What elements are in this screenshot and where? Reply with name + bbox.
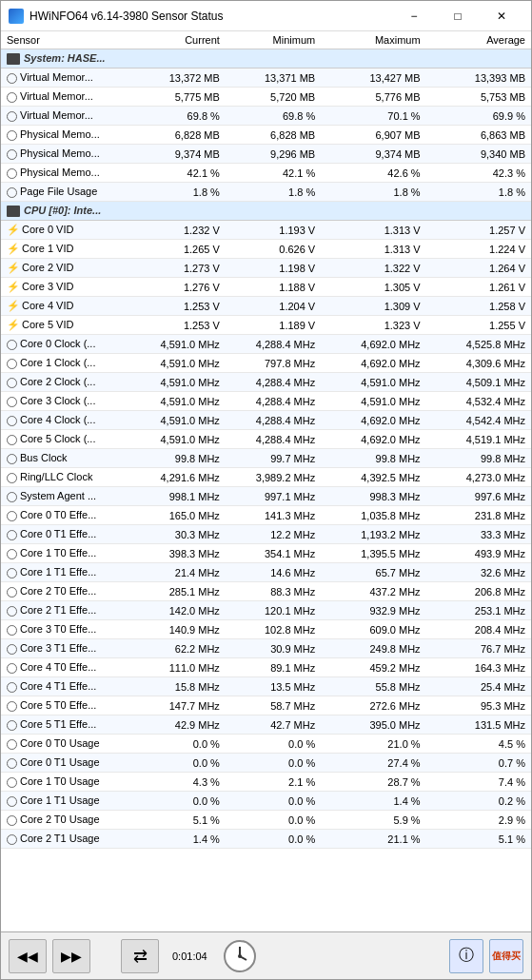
table-row[interactable]: Core 0 T0 Usage0.0 %0.0 %21.0 %4.5 % bbox=[1, 735, 531, 754]
table-row[interactable]: ⚡Core 2 VID1.273 V1.198 V1.322 V1.264 V bbox=[1, 259, 531, 278]
table-row[interactable]: Core 4 T1 Effe...15.8 MHz13.5 MHz55.8 MH… bbox=[1, 677, 531, 696]
table-row[interactable]: Core 5 T0 Effe...147.7 MHz58.7 MHz272.6 … bbox=[1, 696, 531, 715]
sensor-label: Virtual Memor... bbox=[20, 109, 93, 121]
sensor-current: 4.3 % bbox=[129, 773, 225, 792]
minimize-button[interactable]: − bbox=[392, 1, 436, 31]
sensor-minimum: 0.0 % bbox=[226, 735, 321, 754]
sensor-name: Physical Memo... bbox=[1, 126, 129, 145]
sensor-label: Core 1 Clock (... bbox=[20, 357, 95, 368]
sensor-current: 398.3 MHz bbox=[129, 544, 225, 563]
sensor-maximum: 998.3 MHz bbox=[321, 487, 425, 506]
sensor-minimum: 42.1 % bbox=[226, 164, 321, 183]
table-row[interactable]: Core 2 T1 Effe...142.0 MHz120.1 MHz932.9… bbox=[1, 601, 531, 620]
maximize-button[interactable]: □ bbox=[436, 1, 480, 31]
table-row[interactable]: Core 1 T0 Effe...398.3 MHz354.1 MHz1,395… bbox=[1, 544, 531, 563]
table-row[interactable]: Virtual Memor...5,775 MB5,720 MB5,776 MB… bbox=[1, 88, 531, 107]
sensor-minimum: 2.1 % bbox=[226, 773, 321, 792]
table-row[interactable]: Virtual Memor...13,372 MB13,371 MB13,427… bbox=[1, 69, 531, 88]
sensor-minimum: 1.189 V bbox=[226, 316, 321, 335]
window-title: HWiNFO64 v6.14-3980 Sensor Status bbox=[30, 10, 392, 23]
table-row[interactable]: Physical Memo...6,828 MB6,828 MB6,907 MB… bbox=[1, 126, 531, 145]
table-row[interactable]: Core 5 T1 Effe...42.9 MHz42.7 MHz395.0 M… bbox=[1, 715, 531, 735]
sensor-minimum: 13,371 MB bbox=[226, 69, 321, 88]
table-row[interactable]: Core 3 Clock (...4,591.0 MHz4,288.4 MHz4… bbox=[1, 392, 531, 411]
sensor-minimum: 4,288.4 MHz bbox=[226, 411, 321, 430]
table-row[interactable]: Core 2 T0 Effe...285.1 MHz88.3 MHz437.2 … bbox=[1, 582, 531, 601]
table-row[interactable]: ⚡Core 4 VID1.253 V1.204 V1.309 V1.258 V bbox=[1, 297, 531, 316]
table-row[interactable]: Page File Usage1.8 %1.8 %1.8 %1.8 % bbox=[1, 183, 531, 202]
table-row[interactable]: Core 5 Clock (...4,591.0 MHz4,288.4 MHz4… bbox=[1, 430, 531, 449]
info-button[interactable]: ⓘ bbox=[449, 939, 483, 973]
table-row[interactable]: System Agent ...998.1 MHz997.1 MHz998.3 … bbox=[1, 487, 531, 506]
table-row[interactable]: ⚡Core 3 VID1.276 V1.188 V1.305 V1.261 V bbox=[1, 278, 531, 297]
sensor-maximum: 9,374 MB bbox=[321, 145, 425, 164]
table-row[interactable]: Core 2 T1 Usage1.4 %0.0 %21.1 %5.1 % bbox=[1, 830, 531, 849]
forward-button[interactable]: ▶▶ bbox=[52, 939, 90, 973]
sensor-name: ⚡Core 1 VID bbox=[1, 240, 129, 259]
table-row[interactable]: Bus Clock99.8 MHz99.7 MHz99.8 MHz99.8 MH… bbox=[1, 449, 531, 468]
sensor-maximum: 28.7 % bbox=[321, 773, 425, 792]
sensor-label: Core 4 Clock (... bbox=[20, 414, 95, 425]
sensor-name: Core 3 T0 Effe... bbox=[1, 620, 129, 639]
header-maximum: Maximum bbox=[321, 31, 425, 49]
sensor-label: Core 5 T1 Effe... bbox=[20, 718, 96, 730]
table-row[interactable]: Core 2 Clock (...4,591.0 MHz4,288.4 MHz4… bbox=[1, 373, 531, 392]
table-row[interactable]: Core 0 T1 Usage0.0 %0.0 %27.4 %0.7 % bbox=[1, 754, 531, 773]
sensor-name: Core 3 Clock (... bbox=[1, 392, 129, 411]
sensor-maximum: 1,193.2 MHz bbox=[321, 525, 425, 544]
logo-button[interactable]: 值得买 bbox=[489, 939, 523, 973]
sensor-current: 21.4 MHz bbox=[129, 563, 225, 582]
table-row[interactable]: ⚡Core 0 VID1.232 V1.193 V1.313 V1.257 V bbox=[1, 221, 531, 240]
table-row[interactable]: ⚡Core 5 VID1.253 V1.189 V1.323 V1.255 V bbox=[1, 316, 531, 335]
table-row[interactable]: Core 0 Clock (...4,591.0 MHz4,288.4 MHz4… bbox=[1, 335, 531, 354]
sensor-minimum: 102.8 MHz bbox=[226, 620, 321, 639]
sensor-maximum: 13,427 MB bbox=[321, 69, 425, 88]
table-row[interactable]: Core 3 T1 Effe...62.2 MHz30.9 MHz249.8 M… bbox=[1, 639, 531, 658]
sensor-maximum: 99.8 MHz bbox=[321, 449, 425, 468]
sensor-name: Core 2 T0 Usage bbox=[1, 811, 129, 830]
sensor-current: 1.276 V bbox=[129, 278, 225, 297]
sensor-average: 206.8 MHz bbox=[426, 582, 531, 601]
sensor-minimum: 0.0 % bbox=[226, 754, 321, 773]
lightning-icon: ⚡ bbox=[7, 262, 20, 273]
table-row[interactable]: Core 0 T0 Effe...165.0 MHz141.3 MHz1,035… bbox=[1, 506, 531, 525]
table-row[interactable]: ⚡Core 1 VID1.265 V0.626 V1.313 V1.224 V bbox=[1, 240, 531, 259]
sensor-average: 99.8 MHz bbox=[426, 449, 531, 468]
sensor-maximum: 932.9 MHz bbox=[321, 601, 425, 620]
sensor-name: Core 1 T0 Effe... bbox=[1, 544, 129, 563]
sensor-maximum: 70.1 % bbox=[321, 107, 425, 126]
table-row[interactable]: Core 1 T1 Effe...21.4 MHz14.6 MHz65.7 MH… bbox=[1, 563, 531, 582]
circle-icon bbox=[7, 568, 17, 578]
table-row[interactable]: Core 0 T1 Effe...30.3 MHz12.2 MHz1,193.2… bbox=[1, 525, 531, 544]
sensor-minimum: 0.626 V bbox=[226, 240, 321, 259]
table-row[interactable]: Physical Memo...9,374 MB9,296 MB9,374 MB… bbox=[1, 145, 531, 164]
table-row[interactable]: Core 4 Clock (...4,591.0 MHz4,288.4 MHz4… bbox=[1, 411, 531, 430]
table-row[interactable]: Virtual Memor...69.8 %69.8 %70.1 %69.9 % bbox=[1, 107, 531, 126]
back-button[interactable]: ◀◀ bbox=[9, 939, 47, 973]
circle-icon bbox=[7, 340, 17, 350]
table-row[interactable]: Core 3 T0 Effe...140.9 MHz102.8 MHz609.0… bbox=[1, 620, 531, 639]
table-row[interactable]: Ring/LLC Clock4,291.6 MHz3,989.2 MHz4,39… bbox=[1, 468, 531, 487]
export-button[interactable]: ⇄ bbox=[121, 939, 159, 973]
circle-icon bbox=[7, 416, 17, 426]
table-row[interactable]: Core 2 T0 Usage5.1 %0.0 %5.9 %2.9 % bbox=[1, 811, 531, 830]
circle-icon bbox=[7, 359, 17, 369]
sensor-maximum: 1,035.8 MHz bbox=[321, 506, 425, 525]
table-row[interactable]: Core 1 Clock (...4,591.0 MHz797.8 MHz4,6… bbox=[1, 354, 531, 373]
sensor-name: Core 2 T0 Effe... bbox=[1, 582, 129, 601]
table-row[interactable]: Core 1 T1 Usage0.0 %0.0 %1.4 %0.2 % bbox=[1, 792, 531, 811]
table-row[interactable]: Physical Memo...42.1 %42.1 %42.6 %42.3 % bbox=[1, 164, 531, 183]
close-button[interactable]: ✕ bbox=[480, 1, 523, 31]
sensor-table-container[interactable]: Sensor Current Minimum Maximum Average S… bbox=[1, 31, 531, 931]
sensor-name: Core 0 T0 Effe... bbox=[1, 506, 129, 525]
sensor-average: 208.4 MHz bbox=[426, 620, 531, 639]
table-row[interactable]: Core 1 T0 Usage4.3 %2.1 %28.7 %7.4 % bbox=[1, 773, 531, 792]
table-row[interactable]: Core 4 T0 Effe...111.0 MHz89.1 MHz459.2 … bbox=[1, 658, 531, 677]
sensor-minimum: 3,989.2 MHz bbox=[226, 468, 321, 487]
sensor-name: Bus Clock bbox=[1, 449, 129, 468]
sensor-label: Core 0 T1 Effe... bbox=[20, 528, 96, 539]
sensor-label: Core 2 T1 Effe... bbox=[20, 604, 96, 616]
sensor-average: 1.8 % bbox=[426, 183, 531, 202]
sensor-label: Core 0 T1 Usage bbox=[20, 756, 100, 768]
sensor-name: Core 4 T0 Effe... bbox=[1, 658, 129, 677]
